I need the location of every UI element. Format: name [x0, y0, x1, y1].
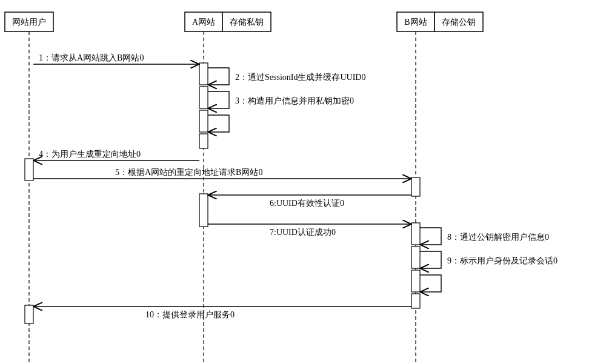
participant-label: B网站 — [404, 18, 427, 27]
participant-label: A网站 — [192, 18, 215, 27]
message-arrow — [208, 68, 229, 85]
sequence-diagram: 网站用户 A网站 存储私钥 B网站 存储公钥 1：请求从A网站跳入B网站0 2：… — [0, 0, 606, 364]
message-label: 2：通过SessionId生成并缓存UUID0 — [235, 73, 365, 82]
activation — [25, 305, 33, 323]
message-label: 5：根据A网站的重定向地址请求B网站0 — [115, 168, 262, 177]
activation — [199, 110, 208, 132]
activation — [411, 177, 420, 196]
activation — [411, 294, 420, 308]
activation — [411, 270, 420, 292]
message-label: 6:UUID有效性认证0 — [270, 199, 344, 208]
participant-label: 网站用户 — [12, 18, 46, 27]
message-arrow — [420, 228, 441, 245]
message-arrow — [420, 251, 441, 268]
message-label: 4：为用户生成重定向地址0 — [39, 150, 141, 159]
message-label: 9：标示用户身份及记录会话0 — [447, 256, 558, 265]
activation — [199, 87, 208, 108]
message-label: 1：请求从A网站跳入B网站0 — [39, 53, 144, 62]
participant-label: 存储私钥 — [230, 18, 264, 27]
activation — [199, 194, 208, 227]
activation — [411, 247, 420, 268]
activation — [25, 159, 33, 180]
participant-key-b: 存储公钥 — [435, 12, 483, 31]
message-arrow — [208, 91, 229, 108]
participant-label: 存储公钥 — [442, 18, 476, 27]
activation — [411, 223, 420, 245]
message-label: 10：提供登录用户服务0 — [145, 310, 235, 319]
message-arrow — [208, 115, 229, 132]
message-label: 7:UUID认证成功0 — [270, 228, 336, 237]
message-label: 8：通过公钥解密用户信息0 — [447, 233, 549, 242]
participant-key-a: 存储私钥 — [222, 12, 271, 31]
activation — [199, 63, 208, 85]
message-arrow — [420, 275, 441, 292]
message-label: 3：构造用户信息并用私钥加密0 — [235, 96, 354, 105]
activation — [199, 134, 208, 148]
